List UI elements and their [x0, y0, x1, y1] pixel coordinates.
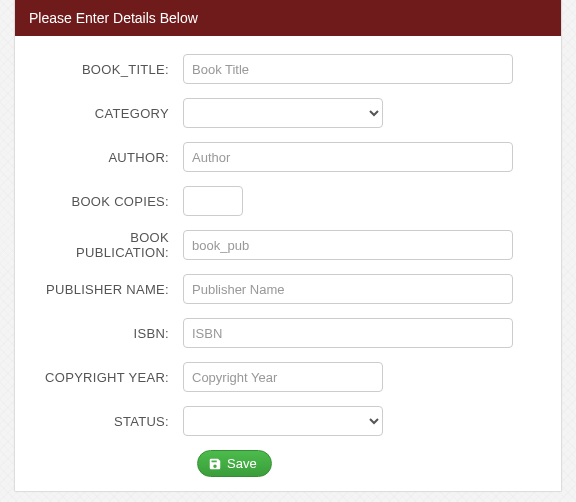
input-author[interactable] — [183, 142, 513, 172]
row-book-title: BOOK_TITLE: — [43, 54, 533, 84]
select-category[interactable] — [183, 98, 383, 128]
input-copyright[interactable] — [183, 362, 383, 392]
input-book-title[interactable] — [183, 54, 513, 84]
panel-header: Please Enter Details Below — [15, 0, 561, 36]
save-button-label: Save — [227, 456, 257, 471]
row-category: CATEGORY — [43, 98, 533, 128]
input-publisher[interactable] — [183, 274, 513, 304]
save-button[interactable]: Save — [197, 450, 272, 477]
row-book-pub: BOOK PUBLICATION: — [43, 230, 533, 260]
label-publisher: PUBLISHER NAME: — [43, 282, 183, 297]
row-copyright: COPYRIGHT YEAR: — [43, 362, 533, 392]
input-book-copies[interactable] — [183, 186, 243, 216]
label-category: CATEGORY — [43, 106, 183, 121]
form-panel: Please Enter Details Below BOOK_TITLE: C… — [14, 0, 562, 492]
label-isbn: ISBN: — [43, 326, 183, 341]
save-icon — [208, 457, 222, 471]
label-book-title: BOOK_TITLE: — [43, 62, 183, 77]
panel-title: Please Enter Details Below — [29, 10, 198, 26]
label-status: STATUS: — [43, 414, 183, 429]
input-book-pub[interactable] — [183, 230, 513, 260]
input-isbn[interactable] — [183, 318, 513, 348]
row-book-copies: BOOK COPIES: — [43, 186, 533, 216]
label-book-pub: BOOK PUBLICATION: — [43, 230, 183, 260]
label-copyright: COPYRIGHT YEAR: — [43, 370, 183, 385]
select-status[interactable] — [183, 406, 383, 436]
label-author: AUTHOR: — [43, 150, 183, 165]
form-body: BOOK_TITLE: CATEGORY AUTHOR: BOOK COPIES… — [15, 36, 561, 491]
label-book-copies: BOOK COPIES: — [43, 194, 183, 209]
row-status: STATUS: — [43, 406, 533, 436]
row-isbn: ISBN: — [43, 318, 533, 348]
button-row: Save — [197, 450, 533, 477]
row-publisher: PUBLISHER NAME: — [43, 274, 533, 304]
row-author: AUTHOR: — [43, 142, 533, 172]
